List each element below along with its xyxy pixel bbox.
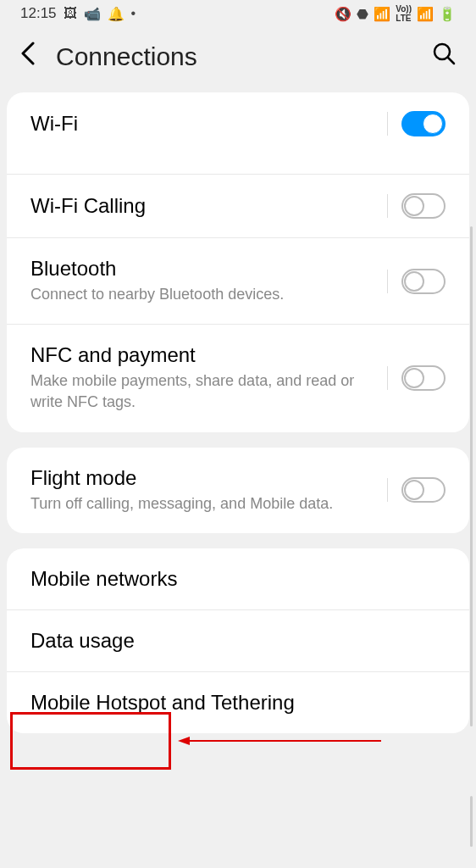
row-flight-mode[interactable]: Flight mode Turn off calling, messaging,… [7, 448, 469, 533]
back-button[interactable] [20, 41, 36, 72]
svg-marker-3 [178, 737, 190, 745]
toggle-divider [387, 194, 388, 218]
row-title: Mobile networks [30, 567, 446, 591]
row-title: Data usage [30, 629, 446, 653]
dot-icon: • [131, 6, 136, 21]
toggle-divider [387, 366, 388, 390]
wifi-icon: 📶 [374, 6, 390, 22]
settings-card: Flight mode Turn off calling, messaging,… [7, 448, 469, 533]
signal-icon: 📶 [417, 6, 434, 22]
status-bar: 12:15 🖼 📹 🔔 • 🔇 ⬣ 📶 Vo))LTE 📶 🔋 [0, 0, 476, 27]
arrow-annotation [178, 732, 381, 749]
page-title: Connections [56, 42, 432, 71]
row-mobile-networks[interactable]: Mobile networks [7, 548, 469, 610]
lte-icon: Vo))LTE [396, 4, 412, 23]
row-title: Flight mode [30, 466, 387, 490]
scroll-indicator [470, 796, 473, 847]
row-title: Mobile Hotspot and Tethering [30, 691, 446, 715]
row-data-usage[interactable]: Data usage [7, 610, 469, 672]
row-wifi-calling[interactable]: Wi-Fi Calling [7, 175, 469, 238]
svg-line-1 [448, 58, 454, 64]
settings-card: Mobile networks Data usage Mobile Hotspo… [7, 548, 469, 733]
search-button[interactable] [432, 42, 456, 71]
row-subtitle: Turn off calling, messaging, and Mobile … [30, 493, 387, 515]
row-subtitle: Make mobile payments, share data, and re… [30, 370, 387, 413]
row-nfc[interactable]: NFC and payment Make mobile payments, sh… [7, 325, 469, 431]
mute-icon: 🔇 [335, 6, 351, 22]
toggle-divider [387, 112, 388, 136]
data-saver-icon: ⬣ [357, 6, 368, 22]
status-time: 12:15 [20, 5, 57, 22]
row-hotspot[interactable]: Mobile Hotspot and Tethering [7, 672, 469, 733]
wifi-toggle[interactable] [401, 111, 446, 136]
row-wifi[interactable]: Wi-Fi [7, 92, 469, 175]
battery-icon: 🔋 [439, 6, 456, 22]
nfc-toggle[interactable] [401, 365, 446, 391]
video-icon: 📹 [84, 6, 101, 22]
settings-card: Wi-Fi Wi-Fi Calling Bluetooth Connect to… [7, 92, 469, 432]
row-title: NFC and payment [30, 343, 387, 367]
toggle-divider [387, 270, 388, 293]
row-bluetooth[interactable]: Bluetooth Connect to nearby Bluetooth de… [7, 238, 469, 325]
toggle-divider [387, 478, 388, 502]
bluetooth-toggle[interactable] [401, 269, 446, 294]
row-subtitle: Connect to nearby Bluetooth devices. [30, 284, 387, 305]
wifi-calling-toggle[interactable] [401, 193, 446, 219]
picture-icon: 🖼 [64, 6, 77, 21]
scroll-indicator [470, 226, 473, 726]
header: Connections [0, 27, 476, 92]
flight-mode-toggle[interactable] [401, 477, 446, 503]
row-title: Bluetooth [30, 257, 387, 281]
alarm-icon: 🔔 [108, 6, 125, 22]
row-title: Wi-Fi Calling [30, 194, 387, 218]
row-title: Wi-Fi [30, 112, 387, 136]
